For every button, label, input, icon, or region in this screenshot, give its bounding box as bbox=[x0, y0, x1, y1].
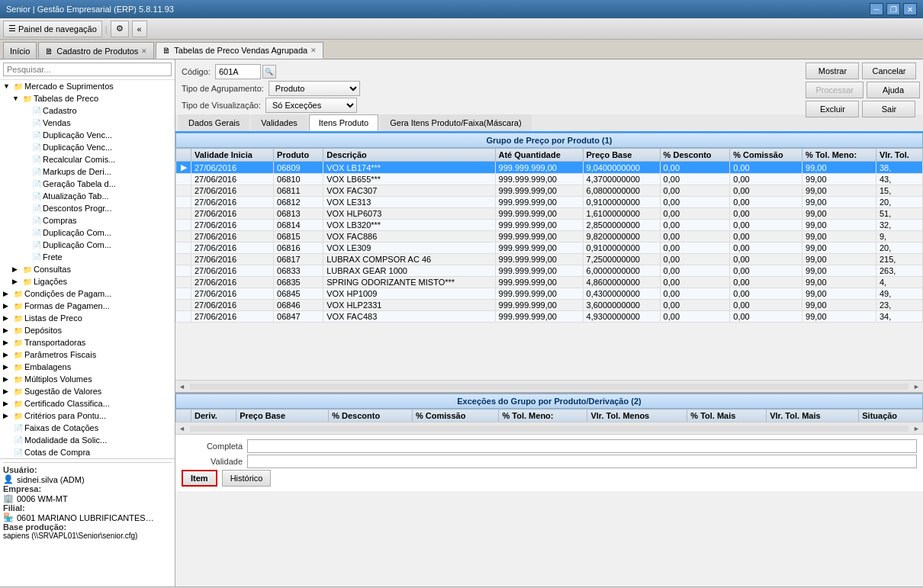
tree-item[interactable]: 📄 Faixas de Cotações bbox=[0, 422, 175, 434]
table-cell: 0,00 bbox=[660, 185, 730, 197]
tree-item[interactable]: 📄 Cadastro bbox=[0, 104, 175, 117]
tab-tabelas-close[interactable]: ✕ bbox=[310, 47, 317, 54]
table-cell: 27/06/2016 bbox=[191, 243, 274, 254]
table-row[interactable]: ▶27/06/201606809VOX LB174***999.999.999,… bbox=[176, 162, 923, 174]
tree-item[interactable]: ▼ 📁 Tabelas de Preco bbox=[0, 92, 175, 104]
table-cell: 06817 bbox=[274, 254, 323, 265]
tree-item[interactable]: 📄 Duplicação Com... bbox=[0, 227, 175, 239]
tab-inicio[interactable]: Início bbox=[3, 42, 37, 59]
tree-item[interactable]: ▶ 📁 Consultas bbox=[0, 263, 175, 275]
tree-item[interactable]: 📄 Markups de Deri... bbox=[0, 165, 175, 178]
tree-item[interactable]: ▶ 📁 Formas de Pagamen... bbox=[0, 300, 175, 312]
mostrar-button[interactable]: Mostrar bbox=[806, 63, 859, 79]
t2-scroll-right-btn[interactable]: ► bbox=[910, 425, 923, 432]
tab-cadastro-produtos[interactable]: 🗎 Cadastro de Produtos ✕ bbox=[38, 42, 154, 59]
tree-item[interactable]: ▶ 📁 Embalagens bbox=[0, 361, 175, 373]
table2-hscroll[interactable]: ◄ ► bbox=[175, 422, 923, 434]
tree-item[interactable]: ▶ 📁 Certificado Classifica... bbox=[0, 397, 175, 410]
nav-panel-button[interactable]: ☰ Painel de navegação bbox=[3, 21, 102, 37]
tree-item[interactable]: ▶ 📁 Múltiplos Volumes bbox=[0, 373, 175, 385]
table-row[interactable]: 27/06/201606812VOX LE313999.999.999,000,… bbox=[176, 197, 923, 208]
minimize-button[interactable]: ─ bbox=[870, 3, 883, 15]
table-row[interactable]: 27/06/201606835SPRING ODORIZANTE MISTO**… bbox=[176, 277, 923, 288]
historico-button[interactable]: Histórico bbox=[222, 470, 272, 487]
table-row[interactable]: 27/06/201606817LUBRAX COMPSOR AC 46999.9… bbox=[176, 254, 923, 265]
toolbar: ☰ Painel de navegação | ⚙ « bbox=[0, 18, 923, 40]
table1-hscroll[interactable]: ◄ ► bbox=[175, 380, 923, 392]
sair-button[interactable]: Sair bbox=[862, 101, 915, 117]
tree-item[interactable]: 📄 Modalidade da Solic... bbox=[0, 434, 175, 446]
processar-button[interactable]: Processar bbox=[806, 82, 864, 98]
tree-item[interactable]: 📄 Compras bbox=[0, 214, 175, 227]
table-cell: 263, bbox=[876, 265, 922, 277]
tipo-agrupamento-select[interactable]: Produto bbox=[269, 81, 360, 96]
sub-tab-validades[interactable]: Validades bbox=[251, 114, 307, 131]
item-button[interactable]: Item bbox=[182, 470, 217, 487]
tree-item[interactable]: 📄 Duplicação Venc... bbox=[0, 129, 175, 141]
ajuda-button[interactable]: Ajuda bbox=[867, 82, 920, 98]
tree-item[interactable]: 📄 Cotas de Compra bbox=[0, 446, 175, 458]
tree-item[interactable]: ▶ 📁 Sugestão de Valores bbox=[0, 385, 175, 397]
settings-button[interactable]: ⚙ bbox=[111, 21, 129, 37]
cancelar-button[interactable]: Cancelar bbox=[862, 63, 915, 79]
sub-tab-dados-gerais[interactable]: Dados Gerais bbox=[178, 114, 249, 131]
tab-cadastro-close[interactable]: ✕ bbox=[141, 47, 147, 55]
excluir-button[interactable]: Excluir bbox=[806, 101, 859, 117]
table-cell: 34, bbox=[876, 311, 922, 323]
tree-item[interactable]: ▶ 📁 Transportadoras bbox=[0, 336, 175, 349]
table-row[interactable]: 27/06/201606813VOX HLP6073999.999.999,00… bbox=[176, 208, 923, 220]
tree-item[interactable]: ▼ 📁 Mercado e Suprimentos bbox=[0, 80, 175, 92]
tree-item[interactable]: 📄 Recalcular Comis... bbox=[0, 153, 175, 165]
table-cell: 999.999.999,00 bbox=[495, 300, 583, 311]
codigo-field-wrapper: 🔍 bbox=[215, 64, 276, 79]
t2-scroll-left-btn[interactable]: ◄ bbox=[175, 425, 188, 432]
table-row[interactable]: 27/06/201606814VOX LB320***999.999.999,0… bbox=[176, 220, 923, 231]
codigo-search-button[interactable]: 🔍 bbox=[262, 65, 276, 79]
scroll-left-btn[interactable]: ◄ bbox=[175, 383, 188, 390]
sub-tab-gera-itens[interactable]: Gera Itens Produto/Faixa(Máscara) bbox=[380, 114, 531, 131]
tree-item[interactable]: ▶ 📁 Listas de Preco bbox=[0, 312, 175, 324]
table-cell: VOX LB320*** bbox=[323, 220, 495, 231]
table-cell: 999.999.999,00 bbox=[495, 197, 583, 208]
table-row[interactable]: 27/06/201606811VOX FAC307999.999.999,006… bbox=[176, 185, 923, 197]
table-row[interactable]: 27/06/201606816VOX LE309999.999.999,000,… bbox=[176, 243, 923, 254]
tree-item[interactable]: ▶ 📁 Condições de Pagam... bbox=[0, 288, 175, 300]
tree-item[interactable]: ▶ 📁 Parâmetros Fiscais bbox=[0, 349, 175, 361]
table-cell: VOX LB174*** bbox=[323, 162, 495, 174]
table2-scroll[interactable]: Deriv. Preço Base % Desconto % Comissão … bbox=[175, 409, 923, 422]
tipo-visualizacao-select[interactable]: Só Exceções bbox=[265, 98, 357, 113]
table-row[interactable]: 27/06/201606847VOX FAC483999.999.999,004… bbox=[176, 311, 923, 323]
folder-icon: 📄 bbox=[32, 180, 41, 188]
scroll-right-btn[interactable]: ► bbox=[910, 383, 923, 390]
codigo-input[interactable] bbox=[215, 64, 261, 79]
tree-item[interactable]: 📄 Duplicação Venc... bbox=[0, 141, 175, 153]
tree-item[interactable]: 📄 Vendas bbox=[0, 117, 175, 129]
restore-button[interactable]: ❐ bbox=[886, 3, 900, 15]
tree-item[interactable]: ▶ 📁 Critérios para Pontu... bbox=[0, 410, 175, 422]
tree-item[interactable]: ▶ 📁 Ligações bbox=[0, 275, 175, 288]
tree-item[interactable]: ▶ 📁 Depósitos bbox=[0, 324, 175, 336]
tree-item[interactable]: 📄 Geração Tabela d... bbox=[0, 178, 175, 190]
tab-tabelas-preco[interactable]: 🗎 Tabelas de Preco Vendas Agrupada ✕ bbox=[156, 42, 323, 59]
sub-tab-itens-produto[interactable]: Itens Produto bbox=[309, 114, 378, 131]
collapse-button[interactable]: « bbox=[132, 21, 147, 37]
tree-item[interactable]: 📄 Atualização Tab... bbox=[0, 190, 175, 202]
table-row[interactable]: 27/06/201606833LUBRAX GEAR 1000999.999.9… bbox=[176, 265, 923, 277]
validade-input[interactable] bbox=[247, 455, 917, 468]
table-cell: 0,00 bbox=[730, 174, 802, 185]
completa-input[interactable] bbox=[247, 439, 917, 453]
table-row[interactable]: 27/06/201606815VOX FAC886999.999.999,009… bbox=[176, 231, 923, 243]
tree-label: Mercado e Suprimentos bbox=[24, 82, 114, 91]
table-cell: 9,8200000000 bbox=[583, 231, 660, 243]
table-row[interactable]: 27/06/201606846VOX HLP2331999.999.999,00… bbox=[176, 300, 923, 311]
close-button[interactable]: ✕ bbox=[903, 3, 917, 15]
tree-item[interactable]: 📄 Frete bbox=[0, 251, 175, 263]
table-row[interactable]: 27/06/201606810VOX LB655***999.999.999,0… bbox=[176, 174, 923, 185]
tree-item[interactable]: 📄 Duplicação Com... bbox=[0, 239, 175, 251]
search-input[interactable] bbox=[3, 63, 172, 76]
table-cell: 0,00 bbox=[660, 288, 730, 300]
tree-item[interactable]: 📄 Descontos Progr... bbox=[0, 202, 175, 214]
nav-panel-label: Painel de navegação bbox=[18, 24, 97, 34]
table1-scroll[interactable]: Validade Inicia Produto Descrição Até Qu… bbox=[175, 148, 923, 380]
table-row[interactable]: 27/06/201606845VOX HP1009999.999.999,000… bbox=[176, 288, 923, 300]
